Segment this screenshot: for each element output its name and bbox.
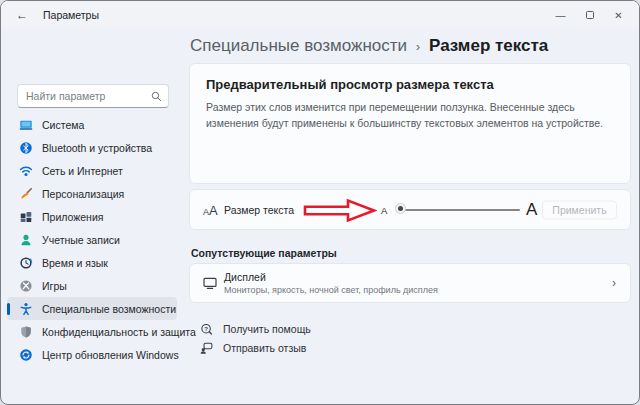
text-size-preview-card: Предварительный просмотр размера текста … <box>189 63 631 184</box>
preview-card-description: Размер этих слов изменится при перемещен… <box>206 100 612 132</box>
sidebar: Система Bluetooth и устройства Сеть и Ин… <box>1 29 183 404</box>
preview-card-title: Предварительный просмотр размера текста <box>206 77 614 92</box>
sidebar-item-personalization[interactable]: Персонализация <box>7 182 177 205</box>
sidebar-item-label: Система <box>42 119 84 131</box>
sidebar-item-label: Время и язык <box>42 257 108 269</box>
text-size-label: Размер текста <box>224 204 294 216</box>
display-row-subtitle: Мониторы, яркость, ночной свет, профиль … <box>224 285 438 295</box>
sidebar-item-bluetooth[interactable]: Bluetooth и устройства <box>7 136 177 159</box>
slider-thumb[interactable] <box>395 203 406 214</box>
apply-button[interactable]: Применить <box>542 200 617 219</box>
send-feedback-label: Отправить отзыв <box>223 342 306 354</box>
breadcrumb: Специальные возможности › Размер текста <box>190 34 548 58</box>
selection-accent-bar <box>7 303 10 315</box>
app-title: Параметры <box>43 9 99 21</box>
search-box[interactable] <box>17 84 169 108</box>
display-row-title: Дисплей <box>224 271 266 283</box>
related-settings-heading: Сопутствующие параметры <box>191 247 337 259</box>
network-icon <box>19 164 33 178</box>
system-icon <box>19 118 33 132</box>
minimize-button[interactable]: — <box>546 1 575 29</box>
maximize-button[interactable] <box>575 1 604 29</box>
sidebar-item-time-language[interactable]: Время и язык <box>7 251 177 274</box>
slider-min-label: A <box>381 204 387 215</box>
sidebar-item-accounts[interactable]: Учетные записи <box>7 228 177 251</box>
personalization-icon <box>19 187 33 201</box>
svg-text:?: ? <box>204 324 208 331</box>
settings-window: ← Параметры — ✕ Система Bluetooth и устр… <box>0 0 640 405</box>
slider-max-label: A <box>526 200 537 220</box>
titlebar: ← Параметры — ✕ <box>1 1 639 29</box>
sidebar-item-gaming[interactable]: Игры <box>7 274 177 297</box>
text-size-icon: AA <box>203 201 218 219</box>
feedback-icon <box>200 342 213 355</box>
gaming-icon <box>19 279 33 293</box>
page-title: Размер текста <box>429 36 548 56</box>
sidebar-item-label: Персонализация <box>42 188 124 200</box>
apps-icon <box>19 210 33 224</box>
send-feedback-link[interactable]: Отправить отзыв <box>189 340 306 356</box>
slider-track[interactable] <box>396 209 520 211</box>
accounts-icon <box>19 233 33 247</box>
sidebar-item-label: Центр обновления Windows <box>42 349 179 361</box>
sidebar-item-apps[interactable]: Приложения <box>7 205 177 228</box>
sidebar-item-label: Bluetooth и устройства <box>42 142 152 154</box>
bluetooth-icon <box>19 141 33 155</box>
annotation-arrow-icon <box>303 198 377 223</box>
sidebar-item-label: Сеть и Интернет <box>42 165 123 177</box>
search-icon <box>151 91 162 102</box>
maximize-icon <box>586 11 594 19</box>
time-language-icon <box>19 256 33 270</box>
sidebar-item-label: Приложения <box>42 211 103 223</box>
search-input[interactable] <box>26 90 151 102</box>
sidebar-item-accessibility[interactable]: Специальные возможности <box>7 297 177 320</box>
display-settings-row[interactable]: Дисплей Мониторы, яркость, ночной свет, … <box>189 263 631 303</box>
chevron-right-icon: › <box>612 276 616 290</box>
windows-update-icon <box>19 348 33 362</box>
breadcrumb-separator-icon: › <box>416 40 420 54</box>
help-icon: ? <box>200 323 213 336</box>
sidebar-item-windows-update[interactable]: Центр обновления Windows <box>7 343 177 366</box>
sidebar-item-label: Специальные возможности <box>42 303 176 315</box>
window-controls: — ✕ <box>546 1 633 29</box>
sidebar-item-privacy[interactable]: Конфиденциальность и защита <box>7 320 177 343</box>
display-icon <box>202 275 218 291</box>
close-button[interactable]: ✕ <box>604 1 633 29</box>
sidebar-item-label: Учетные записи <box>42 234 120 246</box>
get-help-label: Получить помощь <box>223 323 311 335</box>
sidebar-nav: Система Bluetooth и устройства Сеть и Ин… <box>7 113 177 366</box>
main-content: Специальные возможности › Размер текста … <box>189 29 631 404</box>
back-button[interactable]: ← <box>9 5 35 25</box>
accessibility-icon <box>19 302 33 316</box>
sidebar-item-label: Игры <box>42 280 67 292</box>
sidebar-item-label: Конфиденциальность и защита <box>42 326 196 338</box>
sidebar-item-system[interactable]: Система <box>7 113 177 136</box>
text-size-setting-card: AA Размер текста A A Применить <box>189 189 631 230</box>
sidebar-item-network[interactable]: Сеть и Интернет <box>7 159 177 182</box>
get-help-link[interactable]: ? Получить помощь <box>189 321 311 337</box>
breadcrumb-parent[interactable]: Специальные возможности <box>190 36 407 56</box>
text-size-slider[interactable] <box>394 190 522 229</box>
privacy-icon <box>19 325 33 339</box>
